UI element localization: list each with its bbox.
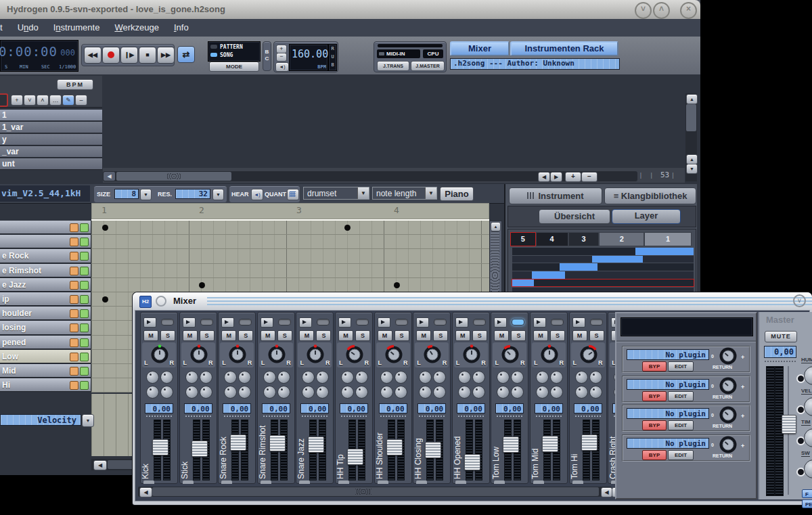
- bpm-minus-button[interactable]: −: [276, 53, 287, 62]
- channel-play-button[interactable]: [338, 317, 351, 328]
- channel-solo-button[interactable]: S: [550, 330, 565, 341]
- hear-notes-icon[interactable]: ◄): [251, 189, 263, 200]
- channel-play-button[interactable]: [378, 317, 390, 328]
- pan-knob[interactable]: [460, 344, 483, 365]
- pan-knob[interactable]: [382, 344, 405, 365]
- fx-bypass-button[interactable]: BYP: [642, 450, 667, 460]
- song-row-down[interactable]: ▼: [686, 164, 698, 174]
- master-knob-tim[interactable]: [804, 428, 812, 447]
- fx-send-knob-1[interactable]: [185, 371, 198, 384]
- fx-send-knob-4[interactable]: [472, 386, 485, 399]
- channel-fader-handle[interactable]: [347, 449, 363, 465]
- song-tool-2[interactable]: ˄: [37, 95, 49, 106]
- mixer-hscroll-left[interactable]: ◀: [139, 487, 152, 497]
- fx-edit-button[interactable]: EDIT: [668, 450, 694, 460]
- instrument-solo-button[interactable]: [80, 323, 89, 332]
- fx-name-lcd[interactable]: No plugin: [627, 408, 709, 419]
- instrument-row[interactable]: ip: [0, 292, 91, 306]
- mode-row-song[interactable]: SONG: [210, 52, 258, 59]
- fx-send-knob-2[interactable]: [200, 371, 212, 384]
- channel-fader-handle[interactable]: [152, 439, 168, 455]
- note-dot[interactable]: [394, 282, 400, 288]
- instrument-row[interactable]: Low: [0, 350, 91, 363]
- channel-play-button[interactable]: [299, 317, 312, 328]
- channel-solo-button[interactable]: S: [472, 330, 487, 341]
- song-right-button[interactable]: ▶: [550, 172, 562, 182]
- fx-send-knob-3[interactable]: [536, 386, 549, 399]
- pattern-list-item[interactable]: _var: [0, 146, 102, 158]
- fx-send-knob-3[interactable]: [380, 386, 393, 399]
- instrument-solo-button[interactable]: [80, 309, 89, 318]
- menu-item-info[interactable]: Info: [174, 19, 189, 37]
- channel-solo-button[interactable]: S: [238, 330, 253, 341]
- fx-send-knob-3[interactable]: [146, 386, 159, 399]
- rewind-button[interactable]: ◀◀: [84, 47, 102, 64]
- instrument-solo-button[interactable]: [80, 338, 89, 347]
- instrument-row[interactable]: [0, 235, 91, 248]
- fx-send-knob-2[interactable]: [433, 371, 446, 384]
- channel-fader-handle[interactable]: [191, 441, 208, 457]
- channel-mute-button[interactable]: M: [533, 330, 548, 341]
- master-knob-sw[interactable]: [804, 460, 812, 478]
- fx-send-knob-2[interactable]: [394, 371, 407, 384]
- pattern-grid-row[interactable]: [91, 221, 489, 235]
- note-dot[interactable]: [102, 296, 108, 303]
- forward-button[interactable]: ▶▶: [157, 47, 175, 64]
- channel-play-button[interactable]: [494, 317, 507, 328]
- drumset-combo[interactable]: drumset▼: [303, 187, 369, 200]
- song-vscroll-up[interactable]: ▲: [686, 94, 698, 104]
- song-tool-5[interactable]: –: [75, 95, 87, 106]
- song-tool-1[interactable]: ˅: [24, 95, 36, 106]
- fx-send-knob-1[interactable]: [380, 371, 393, 384]
- pan-knob[interactable]: [717, 345, 740, 366]
- fx-send-knob-2[interactable]: [472, 371, 485, 384]
- fx-send-knob-1[interactable]: [263, 371, 276, 384]
- play-button[interactable]: ❙▶: [120, 47, 138, 64]
- pan-knob[interactable]: [577, 344, 600, 365]
- channel-play-button[interactable]: [261, 317, 273, 328]
- rubberband-strip[interactable]: RUB: [328, 44, 337, 71]
- master-peak-button[interactable]: PE: [802, 499, 812, 508]
- channel-mute-button[interactable]: M: [455, 330, 470, 341]
- channel-solo-button[interactable]: S: [511, 330, 526, 341]
- fx-send-knob-1[interactable]: [575, 371, 588, 384]
- channel-fader-handle[interactable]: [269, 435, 286, 451]
- fx-name-lcd[interactable]: No plugin: [627, 379, 709, 390]
- fx-send-knob-3[interactable]: [341, 386, 354, 399]
- fx-send-knob-1[interactable]: [341, 371, 354, 384]
- fx-send-knob-1[interactable]: [146, 371, 159, 384]
- channel-solo-button[interactable]: S: [433, 330, 448, 341]
- instrument-mute-button[interactable]: [70, 238, 78, 246]
- song-vscroll[interactable]: ▲ ▲ ▼: [685, 93, 697, 181]
- layer-header-5[interactable]: 5: [510, 232, 536, 246]
- fx-send-knob-1[interactable]: [419, 371, 432, 384]
- fx-send-knob-3[interactable]: [497, 386, 510, 399]
- note-dot[interactable]: [199, 282, 205, 288]
- fx-bypass-button[interactable]: BYP: [642, 391, 667, 401]
- fx-send-knob-3[interactable]: [458, 386, 471, 399]
- song-tool-3[interactable]: …: [49, 95, 62, 106]
- fx-send-knob-2[interactable]: [160, 371, 173, 384]
- jack-transport-button[interactable]: J.TRANS: [377, 61, 409, 71]
- fx-send-knob-4[interactable]: [433, 386, 446, 399]
- master-fx-button[interactable]: F: [802, 489, 812, 498]
- channel-solo-button[interactable]: S: [316, 330, 331, 341]
- menu-item-instrumente[interactable]: Instrumente: [53, 19, 100, 37]
- piano-button[interactable]: Piano: [440, 187, 474, 201]
- fx-send-knob-4[interactable]: [200, 386, 212, 399]
- pattern-grid-row[interactable]: [91, 249, 489, 263]
- fx-bypass-button[interactable]: BYP: [642, 420, 667, 430]
- song-row-up[interactable]: ▲: [686, 154, 698, 164]
- song-vscroll-handle[interactable]: [686, 104, 696, 131]
- instrument-mute-button[interactable]: [70, 338, 78, 347]
- pattern-vscroll-up[interactable]: ▲: [491, 222, 501, 231]
- note-dot[interactable]: [344, 225, 351, 231]
- channel-solo-button[interactable]: S: [160, 330, 175, 341]
- instrument-mute-button[interactable]: [70, 381, 78, 390]
- instrument-solo-button[interactable]: [80, 223, 89, 232]
- instrument-mute-button[interactable]: [70, 323, 78, 332]
- timeline-cell[interactable]: |: [650, 168, 660, 183]
- overview-button[interactable]: Übersicht: [539, 209, 610, 224]
- fx-send-knob-4[interactable]: [550, 386, 563, 399]
- fx-send-knob-1[interactable]: [536, 371, 549, 384]
